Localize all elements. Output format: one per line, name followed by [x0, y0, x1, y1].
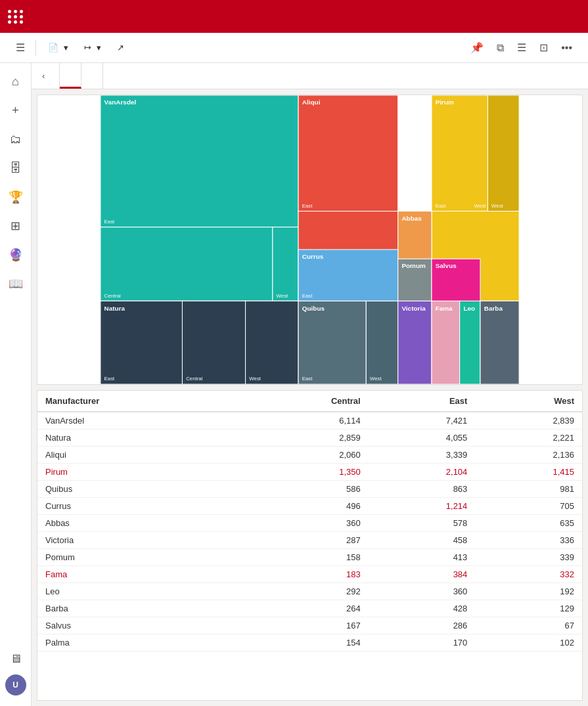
svg-text:Barba: Barba: [484, 305, 503, 312]
data-table-container: Manufacturer Central East West VanArsdel…: [37, 390, 583, 701]
cell-west: 2,136: [475, 447, 582, 464]
cell-manufacturer: Pomum: [37, 549, 238, 566]
cell-east: 578: [369, 515, 476, 532]
toolbar-sep-1: [35, 40, 36, 56]
pin-icon[interactable]: 📌: [465, 38, 489, 57]
cell-west: 339: [475, 549, 582, 566]
focus-icon[interactable]: ⊡: [534, 38, 553, 57]
more-menu[interactable]: [136, 45, 149, 51]
export-menu[interactable]: ↦ ▾: [78, 39, 108, 56]
cell-central: 496: [238, 498, 369, 515]
cell-east: 384: [369, 566, 476, 583]
svg-text:Salvus: Salvus: [436, 262, 457, 269]
sidebar-item-browse[interactable]: 🗂: [3, 126, 29, 152]
sidebar: ⌂ + 🗂 🗄 🏆 ⊞ 🔮 📖 🖥 U: [0, 63, 32, 706]
table-row: Palma154170102: [37, 634, 582, 651]
sidebar-item-learn[interactable]: 🔮: [3, 242, 29, 268]
sidebar-bottom: 🖥 U: [3, 646, 29, 706]
table-row: Pomum158413339: [37, 549, 582, 566]
svg-text:Central: Central: [186, 376, 202, 382]
treemap-container[interactable]: VanArsdelEastCentralWestNaturaEastCentra…: [37, 95, 582, 384]
cell-central: 360: [238, 515, 369, 532]
svg-rect-3: [101, 227, 273, 301]
svg-rect-29: [298, 301, 366, 384]
cell-east: 170: [369, 634, 476, 651]
copy-icon[interactable]: ⧉: [491, 39, 509, 57]
table-row: Victoria287458336: [37, 532, 582, 549]
share-icon: ↗: [117, 43, 124, 53]
cell-manufacturer: Pirum: [37, 464, 238, 481]
sidebar-item-monitor[interactable]: 🖥: [3, 646, 29, 672]
cell-west: 102: [475, 634, 582, 651]
sidebar-item-apps[interactable]: ⊞: [3, 213, 29, 239]
cell-east: 4,055: [369, 430, 476, 447]
app-grid-icon[interactable]: [8, 10, 24, 24]
cell-east: 286: [369, 617, 476, 634]
cell-central: 264: [238, 600, 369, 617]
svg-text:Currus: Currus: [302, 253, 324, 260]
manufacturer-table: Manufacturer Central East West VanArsdel…: [37, 391, 582, 651]
cell-east: 413: [369, 549, 476, 566]
cell-manufacturer: Currus: [37, 498, 238, 515]
back-chevron-icon: ‹: [42, 71, 45, 81]
svg-text:East: East: [104, 219, 115, 225]
svg-text:West: West: [370, 376, 382, 382]
table-row: Quibus586863981: [37, 481, 582, 498]
col-west: West: [475, 391, 582, 412]
table-row: Salvus16728667: [37, 617, 582, 634]
tab-total-units[interactable]: [60, 63, 81, 89]
menu-button[interactable]: ☰: [11, 38, 30, 57]
svg-text:Natura: Natura: [104, 305, 125, 312]
cell-west: 192: [475, 583, 582, 600]
svg-text:West: West: [277, 293, 289, 299]
table-row: Currus4961,214705: [37, 498, 582, 515]
svg-rect-12: [246, 301, 298, 384]
file-icon: 📄: [48, 43, 58, 53]
svg-rect-5: [273, 227, 298, 301]
sidebar-item-home[interactable]: ⌂: [3, 68, 29, 95]
cell-manufacturer: VanArsdel: [37, 412, 238, 430]
sidebar-item-data[interactable]: 🗄: [3, 155, 29, 181]
svg-text:Fama: Fama: [436, 305, 453, 312]
filter-icon[interactable]: ☰: [512, 38, 531, 57]
svg-text:Abbas: Abbas: [401, 215, 422, 222]
svg-text:East: East: [302, 376, 313, 382]
file-menu[interactable]: 📄 ▾: [41, 39, 75, 56]
cell-west: 635: [475, 515, 582, 532]
treemap-chart: VanArsdelEastCentralWestNaturaEastCentra…: [37, 95, 583, 385]
svg-text:West: West: [474, 203, 487, 209]
cell-manufacturer: Natura: [37, 430, 238, 447]
cell-east: 360: [369, 583, 476, 600]
cell-central: 2,859: [238, 430, 369, 447]
cell-east: 863: [369, 481, 476, 498]
svg-text:Quibus: Quibus: [302, 305, 325, 312]
cell-west: 981: [475, 481, 582, 498]
cell-central: 154: [238, 634, 369, 651]
table-row: Barba264428129: [37, 600, 582, 617]
overflow-icon[interactable]: •••: [556, 39, 577, 57]
cell-west: 336: [475, 532, 582, 549]
cell-central: 287: [238, 532, 369, 549]
svg-text:East: East: [302, 293, 313, 299]
svg-text:Pirum: Pirum: [436, 99, 454, 106]
share-menu[interactable]: ↗: [110, 39, 133, 56]
back-to-report[interactable]: ‹: [32, 63, 60, 89]
sidebar-item-goals[interactable]: 🏆: [3, 184, 29, 210]
cell-east: 428: [369, 600, 476, 617]
svg-text:Aliqui: Aliqui: [302, 99, 321, 106]
sidebar-item-create[interactable]: +: [3, 97, 29, 123]
sidebar-item-book[interactable]: 📖: [3, 271, 29, 297]
file-chevron: ▾: [64, 43, 68, 53]
svg-text:East: East: [436, 203, 446, 209]
cell-west: 2,221: [475, 430, 582, 447]
tab-by-manufacturer[interactable]: [81, 63, 103, 89]
cell-manufacturer: Victoria: [37, 532, 238, 549]
cell-central: 1,350: [238, 464, 369, 481]
user-avatar[interactable]: U: [5, 674, 26, 695]
table-row: Aliqui2,0603,3392,136: [37, 447, 582, 464]
toolbar: ☰ 📄 ▾ ↦ ▾ ↗ 📌 ⧉ ☰ ⊡ •••: [0, 33, 588, 63]
svg-rect-39: [432, 301, 460, 384]
cell-east: 3,339: [369, 447, 476, 464]
cell-west: 2,839: [475, 412, 582, 430]
svg-text:West: West: [491, 203, 504, 209]
